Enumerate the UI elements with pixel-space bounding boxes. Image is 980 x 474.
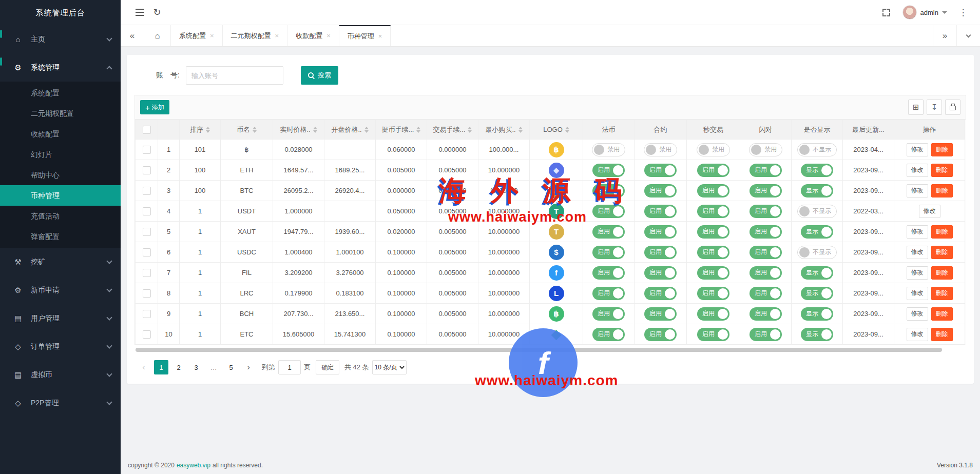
visible-toggle[interactable]: 显示 bbox=[801, 184, 833, 198]
seconds-toggle[interactable]: 启用 bbox=[697, 225, 729, 239]
sidebar-item-系统管理[interactable]: ⚙系统管理 bbox=[0, 53, 121, 82]
next-page-icon[interactable]: › bbox=[241, 360, 256, 374]
modify-button[interactable]: 修改 bbox=[907, 143, 928, 156]
flash-toggle[interactable]: 启用 bbox=[750, 205, 782, 218]
tab-二元期权配置[interactable]: 二元期权配置× bbox=[223, 25, 288, 46]
tabs-menu-icon[interactable] bbox=[956, 25, 980, 46]
sort-icon[interactable] bbox=[364, 127, 369, 133]
sidebar-subitem-幻灯片[interactable]: 幻灯片 bbox=[0, 144, 121, 165]
delete-button[interactable]: 删除 bbox=[931, 164, 953, 177]
sidebar-item-挖矿[interactable]: ⚒挖矿 bbox=[0, 248, 121, 276]
sort-icon[interactable] bbox=[565, 127, 569, 133]
sidebar-item-P2P管理[interactable]: ◇P2P管理 bbox=[0, 389, 121, 417]
column-header-币名[interactable]: 币名 bbox=[221, 120, 273, 140]
page-button-1[interactable]: 1 bbox=[154, 360, 168, 374]
account-input[interactable] bbox=[186, 66, 283, 85]
seconds-toggle[interactable]: 启用 bbox=[697, 205, 729, 218]
fiat-toggle[interactable]: 启用 bbox=[592, 307, 625, 321]
page-button-3[interactable]: 3 bbox=[189, 360, 203, 374]
fiat-toggle[interactable]: 启用 bbox=[592, 184, 625, 198]
seconds-toggle[interactable]: 启用 bbox=[697, 184, 729, 198]
flash-toggle[interactable]: 启用 bbox=[750, 287, 782, 300]
modify-button[interactable]: 修改 bbox=[907, 266, 928, 280]
column-header-交易手续...[interactable]: 交易手续... bbox=[427, 120, 478, 140]
flash-toggle[interactable]: 禁用 bbox=[749, 143, 782, 156]
flash-toggle[interactable]: 启用 bbox=[750, 184, 782, 198]
prev-page-icon[interactable]: ‹ bbox=[137, 360, 151, 374]
close-tab-icon[interactable]: × bbox=[275, 32, 279, 40]
visible-toggle[interactable]: 不显示 bbox=[797, 143, 837, 156]
modify-button[interactable]: 修改 bbox=[907, 246, 928, 259]
fiat-toggle[interactable]: 启用 bbox=[592, 205, 625, 218]
seconds-toggle[interactable]: 启用 bbox=[697, 266, 729, 280]
sort-icon[interactable] bbox=[518, 127, 523, 133]
delete-button[interactable]: 删除 bbox=[931, 143, 953, 156]
sidebar-item-订单管理[interactable]: ◇订单管理 bbox=[0, 332, 121, 361]
sort-icon[interactable] bbox=[313, 127, 317, 133]
contract-toggle[interactable]: 启用 bbox=[644, 205, 677, 218]
visible-toggle[interactable]: 不显示 bbox=[797, 246, 837, 259]
seconds-toggle[interactable]: 启用 bbox=[697, 246, 729, 259]
delete-button[interactable]: 删除 bbox=[931, 266, 953, 280]
column-header-提币手续...[interactable]: 提币手续... bbox=[376, 120, 427, 140]
row-checkbox[interactable] bbox=[143, 330, 151, 339]
contract-toggle[interactable]: 禁用 bbox=[644, 143, 677, 156]
close-tab-icon[interactable]: × bbox=[210, 32, 214, 40]
contract-toggle[interactable]: 启用 bbox=[644, 164, 677, 177]
tab-系统配置[interactable]: 系统配置× bbox=[171, 25, 223, 46]
sidebar-subitem-收款配置[interactable]: 收款配置 bbox=[0, 124, 121, 144]
delete-button[interactable]: 删除 bbox=[931, 184, 953, 198]
seconds-toggle[interactable]: 启用 bbox=[697, 328, 729, 341]
row-checkbox[interactable] bbox=[143, 310, 151, 318]
sidebar-subitem-弹窗配置[interactable]: 弹窗配置 bbox=[0, 226, 121, 247]
collapse-sidebar-icon[interactable] bbox=[131, 4, 148, 21]
seconds-toggle[interactable]: 启用 bbox=[697, 287, 729, 300]
fiat-toggle[interactable]: 启用 bbox=[592, 225, 625, 239]
seconds-toggle[interactable]: 禁用 bbox=[697, 143, 730, 156]
flash-toggle[interactable]: 启用 bbox=[750, 266, 782, 280]
sidebar-item-虚拟币[interactable]: ▤虚拟币 bbox=[0, 361, 121, 389]
modify-button[interactable]: 修改 bbox=[907, 184, 928, 198]
horizontal-scrollbar[interactable] bbox=[136, 348, 942, 352]
flash-toggle[interactable]: 启用 bbox=[750, 164, 782, 177]
sort-icon[interactable] bbox=[416, 127, 420, 133]
page-size-select[interactable]: 10 条/页 bbox=[372, 360, 407, 374]
contract-toggle[interactable]: 启用 bbox=[644, 266, 677, 280]
seconds-toggle[interactable]: 启用 bbox=[697, 164, 729, 177]
row-checkbox[interactable] bbox=[143, 248, 151, 256]
easyweb-link[interactable]: easyweb.vip bbox=[177, 462, 210, 469]
search-button[interactable]: 搜索 bbox=[301, 66, 338, 85]
user-menu[interactable]: admin bbox=[902, 5, 947, 19]
visible-toggle[interactable]: 显示 bbox=[801, 287, 833, 300]
column-header-LOGO[interactable]: LOGO bbox=[530, 120, 583, 140]
visible-toggle[interactable]: 显示 bbox=[801, 164, 833, 177]
sort-icon[interactable] bbox=[468, 127, 472, 133]
sidebar-subitem-二元期权配置[interactable]: 二元期权配置 bbox=[0, 103, 121, 124]
export-icon[interactable]: ↧ bbox=[927, 100, 942, 115]
fiat-toggle[interactable]: 启用 bbox=[592, 266, 625, 280]
visible-toggle[interactable]: 不显示 bbox=[797, 205, 837, 218]
flash-toggle[interactable]: 启用 bbox=[750, 246, 782, 259]
print-icon[interactable] bbox=[945, 100, 960, 115]
flash-toggle[interactable]: 启用 bbox=[750, 307, 782, 321]
jump-confirm-button[interactable]: 确定 bbox=[316, 360, 339, 374]
column-header-最小购买..[interactable]: 最小购买.. bbox=[478, 120, 530, 140]
modify-button[interactable]: 修改 bbox=[907, 164, 928, 177]
delete-button[interactable]: 删除 bbox=[931, 246, 953, 259]
row-checkbox[interactable] bbox=[143, 207, 151, 215]
fullscreen-icon[interactable] bbox=[878, 4, 895, 21]
visible-toggle[interactable]: 显示 bbox=[801, 225, 833, 239]
fiat-toggle[interactable]: 启用 bbox=[592, 287, 625, 300]
contract-toggle[interactable]: 启用 bbox=[644, 225, 677, 239]
fiat-toggle[interactable]: 启用 bbox=[592, 164, 625, 177]
modify-button[interactable]: 修改 bbox=[907, 287, 928, 300]
fiat-toggle[interactable]: 启用 bbox=[592, 246, 625, 259]
tab-币种管理[interactable]: 币种管理× bbox=[339, 25, 391, 46]
sort-icon[interactable] bbox=[206, 127, 210, 133]
close-tab-icon[interactable]: × bbox=[326, 32, 331, 40]
modify-button[interactable]: 修改 bbox=[919, 205, 940, 218]
sort-icon[interactable] bbox=[253, 127, 257, 133]
delete-button[interactable]: 删除 bbox=[931, 307, 953, 321]
visible-toggle[interactable]: 显示 bbox=[801, 307, 833, 321]
flash-toggle[interactable]: 启用 bbox=[750, 225, 782, 239]
